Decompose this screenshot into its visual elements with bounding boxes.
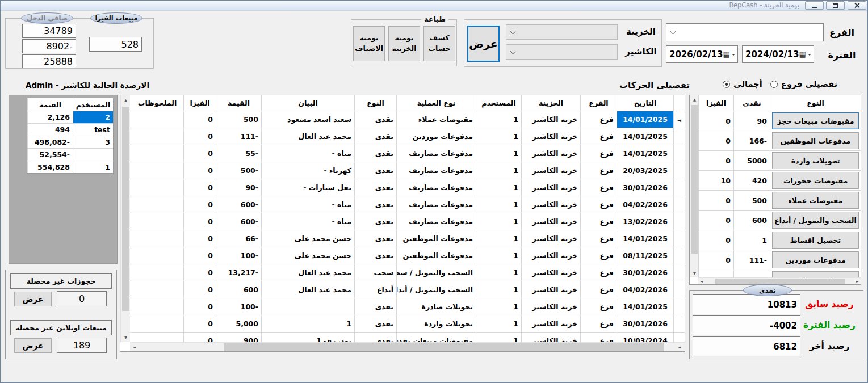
cell[interactable]: فرع [580,264,617,281]
row-selector[interactable] [673,145,685,162]
cell[interactable]: خزنة الكاشير [521,179,580,196]
row-selector[interactable] [673,213,685,230]
cell[interactable]: فرع [580,196,617,213]
cell[interactable]: 1 [476,281,521,298]
cell[interactable]: مدفوعات مصاريف [396,213,476,230]
cell[interactable] [131,213,183,230]
cell[interactable]: 30/01/2026 [617,315,673,332]
cell[interactable]: سحب [354,264,396,281]
cell[interactable]: 498,082- [27,136,73,148]
cell[interactable]: 0 [183,162,216,179]
cell[interactable] [131,315,183,332]
cell[interactable]: 1 [733,230,770,250]
cell[interactable]: 04/02/2026 [617,196,673,213]
row-selector[interactable] [673,179,685,196]
cell[interactable]: 55- [216,145,261,162]
cell[interactable]: 420 [733,171,770,190]
cell[interactable]: 1 [476,145,521,162]
row-selector[interactable] [673,333,685,342]
cell[interactable] [131,281,183,298]
cell[interactable]: 52,554- [27,149,73,161]
row-selector[interactable] [673,298,685,315]
cell[interactable]: حسن محمد على [261,247,354,264]
reservations-view-button[interactable]: عرض [14,292,52,306]
minimize-button[interactable] [805,1,824,10]
cell[interactable]: نقدى [354,315,396,332]
scroll-up-arrow[interactable] [690,95,699,104]
cell[interactable]: فرع [580,333,617,342]
cell[interactable]: نقدى [354,128,396,145]
cell[interactable]: مياه - [261,213,354,230]
radio-total[interactable]: أجمالى [723,79,762,89]
row-selector[interactable] [673,230,685,247]
type-button[interactable]: مدفوعات موردين [772,251,859,268]
cell[interactable]: 500- [216,162,261,179]
cell[interactable]: 0 [183,315,216,332]
cell[interactable]: 0 [183,111,216,128]
cell[interactable]: 1 [476,230,521,247]
cell[interactable]: مدفوعات مصاريف [396,145,476,162]
cell[interactable]: 0 [183,145,216,162]
cell[interactable]: 166- [733,131,770,150]
cell[interactable]: 0 [698,131,733,150]
cell[interactable]: نقدى [354,213,396,230]
cell[interactable]: فرع [580,298,617,315]
transactions-horizontal-scrollbar[interactable] [130,342,685,351]
cell[interactable] [131,162,183,179]
cell[interactable]: 0 [698,151,733,170]
cell[interactable]: خزنة الكاشير [521,315,580,332]
cell[interactable]: 1 [476,333,521,342]
cell[interactable]: 1435 [733,270,770,277]
cell[interactable]: 0 [698,111,733,131]
cell[interactable]: 5,000 [216,315,261,332]
cell[interactable]: فرع [580,111,617,128]
horizontal-scroll-thumb[interactable] [715,279,845,284]
scroll-left-arrow[interactable] [130,343,139,352]
cell[interactable]: 600- [216,213,261,230]
cell[interactable]: 0 [698,191,733,210]
cell[interactable]: 1 [476,298,521,315]
cell[interactable]: 0 [698,211,733,230]
cell[interactable]: 554,828 [27,161,73,173]
type-button[interactable]: مقبوضات مبيعات حجز [772,112,859,129]
cell[interactable] [131,247,183,264]
cell[interactable]: السحب والتمويل / سحب [396,264,476,281]
cell[interactable]: 14/01/2025 [617,298,673,315]
type-button[interactable]: مقبوضات مبيعات نقدى [772,271,859,277]
row-selector[interactable] [673,196,685,213]
transactions-vertical-scrollbar[interactable] [120,95,130,342]
scroll-left-arrow[interactable] [698,278,705,285]
cell[interactable]: 14/01/2025 [617,230,673,247]
cell[interactable]: 0 [183,298,216,315]
cell[interactable]: 494 [27,124,73,136]
cell[interactable]: 600- [216,196,261,213]
cell[interactable]: محمد عبد العال [261,264,354,281]
cell[interactable]: 30/01/2026 [617,179,673,196]
branch-combobox[interactable] [666,23,824,41]
cell[interactable]: مدفوعات الموظفين [396,230,476,247]
cell[interactable]: 0 [183,196,216,213]
cell[interactable]: نقدى [354,230,396,247]
cell[interactable]: 500 [733,191,770,210]
calendar-icon[interactable] [799,50,811,58]
cell[interactable]: كهرباء - [261,162,354,179]
calendar-icon[interactable] [723,50,735,58]
cell[interactable]: مياه - [261,196,354,213]
cell[interactable]: خزنة الكاشير [521,264,580,281]
cell[interactable]: 13/02/2026 [617,213,673,230]
scroll-down-arrow[interactable] [690,269,699,277]
cell[interactable]: نقل سيارات - [261,179,354,196]
cell[interactable]: 111- [216,128,261,145]
type-button[interactable]: مدفوعات الموظفين [772,132,859,149]
cell[interactable]: 0 [183,230,216,247]
type-button[interactable]: السحب والتمويل / أيداع [772,212,859,229]
cell[interactable]: خزنة الكاشير [521,247,580,264]
cell[interactable] [131,333,183,342]
cell[interactable] [131,128,183,145]
type-button[interactable]: مقبوضات حجوزات [772,172,859,189]
cell[interactable]: 90- [216,179,261,196]
cell[interactable]: 0 [698,250,733,270]
cell[interactable]: 600 [216,281,261,298]
cell[interactable]: 10 [698,171,733,190]
cell[interactable]: نقدى [354,111,396,128]
